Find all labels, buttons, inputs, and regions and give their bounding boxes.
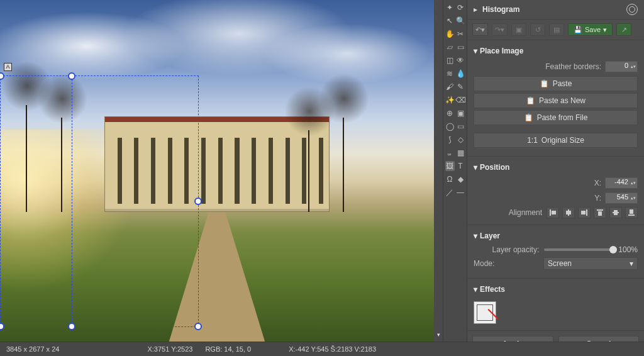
caret-down-icon: ▾ — [474, 47, 477, 55]
mode-label: Mode: — [474, 259, 494, 268]
handle-br[interactable] — [194, 323, 202, 330]
mode-select[interactable]: Screen ▾ — [543, 257, 638, 270]
svg-rect-3 — [566, 211, 571, 214]
transform-icon[interactable]: ◫ — [445, 55, 455, 65]
measure-icon[interactable]: — — [456, 187, 465, 197]
handle-mr[interactable] — [194, 197, 202, 205]
redo-button[interactable]: ↷▾ — [492, 23, 508, 36]
marquee-icon[interactable]: ▭ — [456, 42, 465, 52]
rect-select-icon[interactable]: ▭ — [456, 121, 465, 131]
pos-x-spinner[interactable]: ▴▾ — [631, 178, 636, 188]
align-hcenter-button[interactable] — [562, 207, 575, 218]
svg-rect-5 — [581, 211, 586, 214]
paste-new-icon: 📋 — [526, 96, 535, 105]
crop-icon[interactable]: ✂ — [456, 29, 465, 39]
opacity-value: 100% — [618, 245, 638, 254]
status-cursor: X:3751 Y:2523 — [141, 345, 199, 353]
effects-none-thumb[interactable] — [474, 301, 496, 324]
status-dims: 3845 x 2677 x 24 — [0, 345, 65, 353]
zoom-icon[interactable]: 🔍 — [456, 16, 465, 26]
svg-rect-11 — [630, 209, 633, 214]
flash-icon[interactable]: ✦ — [445, 3, 455, 13]
pos-y-label: Y: — [594, 194, 601, 203]
clone-icon[interactable]: ⊕ — [445, 108, 455, 118]
original-size-button[interactable]: 1:1Original Size — [474, 133, 638, 148]
effects-header[interactable]: ▾ Effects — [474, 281, 638, 298]
status-selection: X:-442 Y:545 Š:2183 V:2183 — [282, 345, 382, 353]
save-button[interactable]: 💾 Save ▾ — [568, 23, 613, 36]
ellipse-select-icon[interactable]: ◯ — [445, 121, 455, 131]
levels-icon[interactable]: ≋ — [445, 69, 455, 79]
placed-image-bounds[interactable] — [0, 75, 199, 327]
pencil-icon[interactable]: ✎ — [456, 82, 465, 92]
poly-lasso-icon[interactable]: ◇ — [456, 135, 465, 145]
align-top-button[interactable] — [594, 207, 606, 218]
perspective-icon[interactable]: ▱ — [445, 42, 455, 52]
dropper-icon[interactable]: 💧 — [456, 69, 465, 79]
cancel-button[interactable]: Cancel — [558, 336, 640, 342]
share-button[interactable]: ↗ — [616, 23, 631, 36]
shape-icon[interactable]: ◆ — [456, 174, 465, 184]
layer-title: Layer — [480, 231, 500, 240]
compare-button[interactable]: ▣ — [511, 23, 526, 36]
place-image-header[interactable]: ▾ Place Image — [474, 43, 638, 59]
line-icon[interactable]: ／ — [445, 187, 455, 197]
history-button[interactable]: ↺ — [530, 23, 545, 36]
svg-rect-6 — [597, 209, 603, 211]
pos-x-label: X: — [594, 179, 601, 187]
hand-icon[interactable]: ✋ — [445, 29, 455, 39]
feather-spinner[interactable]: ▴▾ — [631, 62, 636, 72]
feather-label: Feather borders: — [545, 62, 601, 71]
opacity-label: Layer opacity: — [492, 245, 540, 254]
slider-knob[interactable] — [609, 246, 617, 253]
right-panel: ▸ Histogram ↶▾ ↷▾ ▣ ↺ ▤ 💾 Save ▾ ↗ ▾ Pla… — [467, 0, 644, 342]
handle-tl[interactable] — [0, 72, 4, 80]
eye-icon[interactable]: 👁 — [456, 55, 465, 65]
paint-icon[interactable]: ▦ — [456, 148, 465, 158]
place-image-title: Place Image — [480, 47, 523, 55]
snapshot-button[interactable]: ▤ — [549, 23, 564, 36]
text-icon[interactable]: T — [456, 161, 465, 171]
canvas-area[interactable]: A — [0, 0, 434, 342]
paste-icon: 📋 — [540, 79, 549, 88]
omega-icon[interactable]: Ω — [445, 174, 455, 184]
wand-icon[interactable]: ✨ — [445, 95, 455, 105]
align-left-button[interactable] — [547, 207, 559, 218]
ruler-marker[interactable]: A — [4, 63, 12, 71]
bucket-icon[interactable]: ▣ — [456, 108, 465, 118]
svg-rect-1 — [552, 211, 556, 214]
scroll-hint[interactable]: ▾ — [434, 0, 443, 342]
svg-rect-10 — [628, 214, 635, 216]
pointer-icon[interactable]: ↖ — [445, 16, 455, 26]
align-vcenter-button[interactable] — [609, 207, 622, 218]
layer-header[interactable]: ▾ Layer — [474, 228, 638, 244]
status-rgb: RGB: 14, 15, 0 — [199, 345, 257, 353]
brush-icon[interactable]: 🖌 — [445, 82, 455, 92]
mode-value: Screen — [548, 259, 572, 268]
position-title: Position — [480, 163, 509, 172]
caret-down-icon: ▾ — [474, 231, 477, 240]
align-right-button[interactable] — [578, 207, 591, 218]
undo-button[interactable]: ↶▾ — [472, 23, 488, 36]
caret-right-icon: ▸ — [474, 5, 480, 14]
gear-icon[interactable] — [626, 4, 638, 15]
handle-tm[interactable] — [68, 72, 75, 80]
place-image-icon[interactable]: 🖼 — [445, 161, 455, 171]
eraser-icon[interactable]: ⌫ — [456, 95, 466, 105]
histogram-header[interactable]: ▸ Histogram — [467, 0, 644, 19]
handle-bm[interactable] — [68, 323, 75, 330]
svg-rect-9 — [614, 210, 618, 215]
align-bottom-button[interactable] — [625, 207, 638, 218]
apply-button[interactable]: Apply — [472, 336, 553, 342]
paste-from-file-button[interactable]: 📋Paste from File — [474, 110, 638, 125]
refresh-icon[interactable]: ⟳ — [456, 3, 465, 13]
paste-button[interactable]: 📋Paste — [474, 76, 638, 91]
position-header[interactable]: ▾ Position — [474, 159, 638, 175]
pos-y-spinner[interactable]: ▴▾ — [631, 193, 636, 203]
magnet-icon[interactable]: ⩊ — [445, 148, 455, 158]
caret-down-icon: ▾ — [474, 163, 477, 172]
toolstrip: ✦⟳ ↖🔍 ✋✂ ▱▭ ◫👁 ≋💧 🖌✎ ✨⌫ ⊕▣ ◯▭ ⟆◇ ⩊▦ 🖼T Ω… — [443, 0, 467, 342]
paste-as-new-button[interactable]: 📋Paste as New — [474, 93, 638, 108]
lasso-icon[interactable]: ⟆ — [445, 135, 455, 145]
opacity-slider[interactable] — [544, 248, 613, 251]
